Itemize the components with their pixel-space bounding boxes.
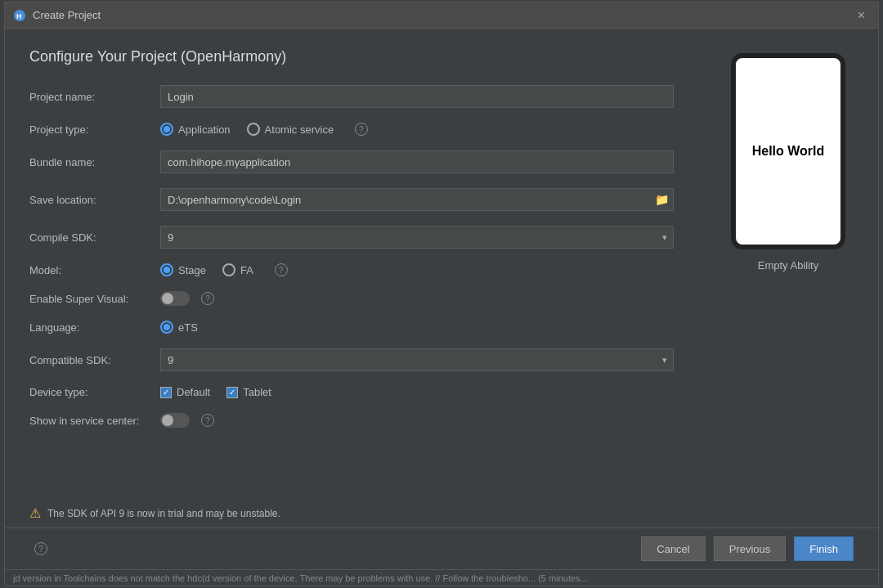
compatible-sdk-select-wrapper: 9 8 7 ▾ [160, 348, 674, 371]
project-type-control: Application Atomic service ? [160, 123, 674, 136]
super-visual-toggle[interactable] [160, 291, 190, 306]
radio-stage-label: Stage [178, 264, 206, 276]
model-radio-group: Stage FA ? [160, 263, 674, 276]
radio-fa[interactable]: FA [222, 263, 253, 276]
compile-sdk-row: Compile SDK: 9 8 7 ▾ [29, 226, 674, 249]
dialog-footer: ? Cancel Previous Finish [5, 527, 878, 569]
bundle-name-control [160, 150, 674, 173]
compile-sdk-select[interactable]: 9 8 7 [160, 226, 674, 249]
preview-label: Empty Ability [758, 259, 818, 272]
language-label: Language: [29, 321, 160, 334]
device-type-label: Device type: [29, 386, 160, 398]
checkbox-default-label: Default [177, 386, 210, 398]
super-visual-label: Enable Super Visual: [29, 293, 160, 305]
checkbox-tablet-label: Tablet [243, 386, 271, 398]
preview-area: Hello World Empty Ability [698, 29, 878, 499]
super-visual-row: Enable Super Visual: ? [29, 291, 674, 306]
save-location-row: Save location: 📁 [29, 188, 674, 211]
footer-help-icon[interactable]: ? [34, 542, 47, 555]
close-button[interactable]: × [853, 5, 870, 26]
checkbox-tablet[interactable]: ✓ Tablet [226, 386, 271, 398]
status-bar-text: jd version in Toolchains does not match … [13, 573, 588, 583]
service-center-toggle-knob [162, 415, 173, 426]
device-type-control: ✓ Default ✓ Tablet [160, 386, 674, 398]
compatible-sdk-control: 9 8 7 ▾ [160, 348, 674, 371]
project-name-input[interactable] [160, 85, 674, 108]
bundle-name-label: Bundle name: [29, 156, 160, 168]
bundle-name-row: Bundle name: [29, 150, 674, 173]
service-center-help-icon[interactable]: ? [201, 414, 214, 427]
project-type-radio-group: Application Atomic service ? [160, 123, 674, 136]
status-bar: jd version in Toolchains does not match … [5, 569, 878, 586]
footer-right: Cancel Previous Finish [641, 536, 854, 561]
project-name-row: Project name: [29, 85, 674, 108]
radio-stage[interactable]: Stage [160, 263, 206, 276]
warning-bar: ⚠ The SDK of API 9 is now in trial and m… [5, 499, 878, 527]
save-location-control: 📁 [160, 188, 674, 211]
radio-atomic-circle [247, 123, 260, 136]
language-row: Language: eTS [29, 321, 674, 334]
footer-left: ? [29, 542, 47, 555]
model-row: Model: Stage FA ? [29, 263, 674, 276]
device-type-row: Device type: ✓ Default ✓ [29, 386, 674, 398]
checkbox-default-checkmark: ✓ [163, 388, 169, 397]
service-center-label: Show in service center: [29, 415, 160, 427]
super-visual-toggle-knob [162, 293, 173, 304]
compatible-sdk-select[interactable]: 9 8 7 [160, 348, 674, 371]
radio-application[interactable]: Application [160, 123, 231, 136]
save-location-wrapper: 📁 [160, 188, 674, 211]
service-center-row: Show in service center: ? [29, 413, 674, 428]
service-center-toggle[interactable] [160, 413, 190, 428]
radio-ets-circle [160, 321, 173, 334]
cancel-button[interactable]: Cancel [641, 536, 705, 561]
radio-fa-label: FA [240, 264, 253, 276]
super-visual-help-icon[interactable]: ? [201, 292, 214, 305]
preview-screen-text: Hello World [752, 144, 825, 159]
compile-sdk-select-wrapper: 9 8 7 ▾ [160, 226, 674, 249]
dialog-body: Configure Your Project (OpenHarmony) Pro… [5, 29, 878, 499]
radio-application-circle [160, 123, 173, 136]
language-control: eTS [160, 321, 674, 334]
project-type-row: Project type: Application Atomic service… [29, 123, 674, 136]
svg-text:H: H [16, 12, 22, 20]
radio-ets-label: eTS [178, 321, 198, 334]
model-label: Model: [29, 264, 160, 276]
page-title: Configure Your Project (OpenHarmony) [29, 48, 674, 65]
super-visual-control: ? [160, 291, 674, 306]
compatible-sdk-label: Compatible SDK: [29, 354, 160, 366]
radio-atomic-service[interactable]: Atomic service [247, 123, 334, 136]
project-type-help-icon[interactable]: ? [355, 123, 368, 136]
dialog-title: Create Project [33, 9, 853, 21]
radio-application-label: Application [178, 123, 231, 136]
phone-preview-mockup: Hello World [731, 53, 845, 249]
save-location-input[interactable] [160, 188, 674, 211]
service-center-control: ? [160, 413, 674, 428]
title-bar: H Create Project × [5, 2, 878, 29]
project-name-label: Project name: [29, 91, 160, 103]
finish-button[interactable]: Finish [794, 536, 854, 561]
folder-browse-icon[interactable]: 📁 [655, 193, 669, 206]
checkbox-tablet-box: ✓ [226, 387, 238, 398]
previous-button[interactable]: Previous [714, 536, 787, 561]
model-control: Stage FA ? [160, 263, 674, 276]
form-area: Configure Your Project (OpenHarmony) Pro… [5, 29, 698, 499]
create-project-dialog: H Create Project × Configure Your Projec… [4, 2, 879, 586]
radio-ets[interactable]: eTS [160, 321, 198, 334]
checkbox-tablet-checkmark: ✓ [229, 388, 235, 397]
language-radio-group: eTS [160, 321, 674, 334]
radio-fa-circle [222, 263, 235, 276]
checkbox-default-box: ✓ [160, 387, 172, 398]
radio-stage-circle [160, 263, 173, 276]
model-help-icon[interactable]: ? [275, 263, 288, 276]
device-type-group: ✓ Default ✓ Tablet [160, 386, 674, 398]
warning-text: The SDK of API 9 is now in trial and may… [47, 508, 280, 519]
project-name-control [160, 85, 674, 108]
checkbox-default[interactable]: ✓ Default [160, 386, 210, 398]
warning-triangle-icon: ⚠ [29, 505, 41, 521]
app-logo: H [13, 9, 26, 22]
compatible-sdk-row: Compatible SDK: 9 8 7 ▾ [29, 348, 674, 371]
bundle-name-input[interactable] [160, 150, 674, 173]
compile-sdk-control: 9 8 7 ▾ [160, 226, 674, 249]
radio-atomic-label: Atomic service [265, 123, 334, 136]
compile-sdk-label: Compile SDK: [29, 231, 160, 244]
